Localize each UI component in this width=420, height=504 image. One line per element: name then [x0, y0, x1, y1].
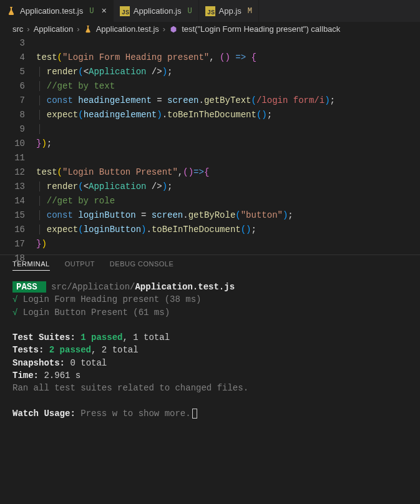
breadcrumb-segment: Application — [34, 24, 74, 34]
code-content[interactable]: test("Login Form Heading present", () =>… — [36, 36, 420, 254]
chevron-right-icon: › — [77, 24, 79, 34]
method-icon — [169, 25, 178, 34]
breadcrumb[interactable]: src › Application › Application.test.js … — [0, 22, 420, 36]
tab-application-test[interactable]: Application.test.js U × — [0, 0, 114, 22]
js-icon: JS — [205, 6, 215, 16]
tab-status: U — [89, 7, 94, 16]
flask-icon — [84, 25, 92, 34]
tab-label: Application.js — [134, 6, 182, 16]
line-gutter: 3456789101112131415161718 — [0, 36, 36, 254]
flask-icon — [6, 6, 16, 16]
tab-output[interactable]: OUTPUT — [65, 260, 95, 271]
js-icon: JS — [120, 6, 130, 16]
code-editor[interactable]: 3456789101112131415161718 test("Login Fo… — [0, 36, 420, 254]
tab-app[interactable]: JS App.js M — [199, 0, 259, 22]
breadcrumb-segment: src — [12, 24, 23, 34]
test-result-line: √ Login Button Present (61 ms) — [12, 306, 408, 319]
editor-tabs: Application.test.js U × JS Application.j… — [0, 0, 420, 22]
tab-application[interactable]: JS Application.js U — [114, 0, 199, 22]
terminal-cursor — [192, 409, 197, 419]
tab-terminal[interactable]: TERMINAL — [12, 260, 50, 271]
breadcrumb-segment: Application.test.js — [96, 24, 159, 34]
pass-badge: PASS — [12, 281, 46, 293]
close-icon[interactable]: × — [101, 6, 106, 16]
chevron-right-icon: › — [27, 24, 29, 34]
chevron-right-icon: › — [163, 24, 165, 34]
tab-debug-console[interactable]: DEBUG CONSOLE — [110, 260, 173, 271]
terminal-output[interactable]: PASS src/Application/Application.test.js… — [0, 274, 420, 426]
svg-text:JS: JS — [207, 9, 215, 16]
tab-status: M — [248, 7, 252, 16]
breadcrumb-segment: test("Login Form Heading present") callb… — [182, 24, 340, 34]
svg-text:JS: JS — [122, 9, 129, 16]
tab-status: U — [187, 7, 192, 16]
tab-label: App.js — [219, 6, 242, 16]
test-result-line: √ Login Form Heading present (38 ms) — [12, 293, 408, 306]
tab-label: Application.test.js — [20, 6, 83, 16]
